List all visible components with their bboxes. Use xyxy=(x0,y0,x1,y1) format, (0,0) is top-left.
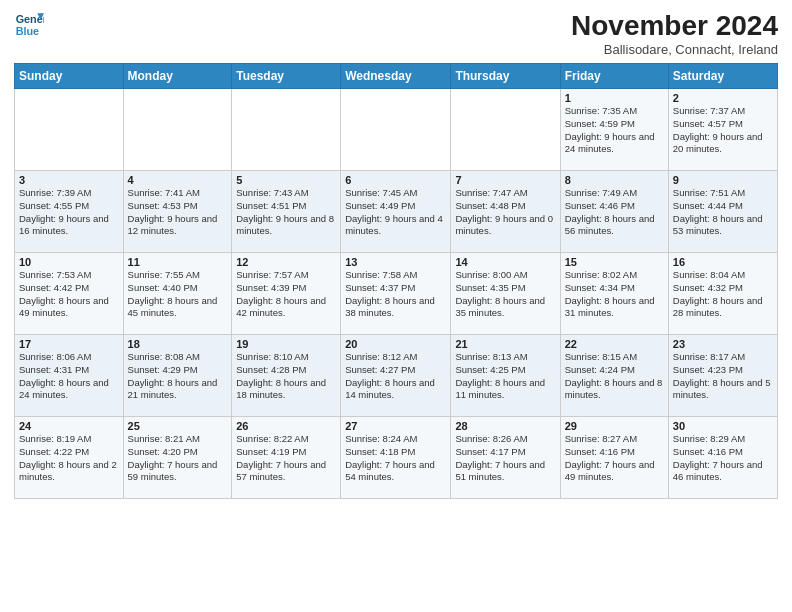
header-row: Sunday Monday Tuesday Wednesday Thursday… xyxy=(15,64,778,89)
day-cell: 7Sunrise: 7:47 AM Sunset: 4:48 PM Daylig… xyxy=(451,171,560,253)
day-cell: 23Sunrise: 8:17 AM Sunset: 4:23 PM Dayli… xyxy=(668,335,777,417)
day-cell xyxy=(341,89,451,171)
day-cell: 12Sunrise: 7:57 AM Sunset: 4:39 PM Dayli… xyxy=(232,253,341,335)
day-cell: 11Sunrise: 7:55 AM Sunset: 4:40 PM Dayli… xyxy=(123,253,232,335)
day-info: Sunrise: 8:21 AM Sunset: 4:20 PM Dayligh… xyxy=(128,433,228,484)
logo: General Blue xyxy=(14,10,44,40)
day-cell: 16Sunrise: 8:04 AM Sunset: 4:32 PM Dayli… xyxy=(668,253,777,335)
day-cell: 10Sunrise: 7:53 AM Sunset: 4:42 PM Dayli… xyxy=(15,253,124,335)
day-info: Sunrise: 8:06 AM Sunset: 4:31 PM Dayligh… xyxy=(19,351,119,402)
day-number: 20 xyxy=(345,338,446,350)
day-cell: 18Sunrise: 8:08 AM Sunset: 4:29 PM Dayli… xyxy=(123,335,232,417)
day-number: 16 xyxy=(673,256,773,268)
day-cell: 4Sunrise: 7:41 AM Sunset: 4:53 PM Daylig… xyxy=(123,171,232,253)
day-number: 12 xyxy=(236,256,336,268)
week-row-5: 24Sunrise: 8:19 AM Sunset: 4:22 PM Dayli… xyxy=(15,417,778,499)
day-number: 19 xyxy=(236,338,336,350)
day-info: Sunrise: 8:19 AM Sunset: 4:22 PM Dayligh… xyxy=(19,433,119,484)
day-info: Sunrise: 7:47 AM Sunset: 4:48 PM Dayligh… xyxy=(455,187,555,238)
day-number: 9 xyxy=(673,174,773,186)
week-row-1: 1Sunrise: 7:35 AM Sunset: 4:59 PM Daylig… xyxy=(15,89,778,171)
day-cell xyxy=(123,89,232,171)
day-cell: 26Sunrise: 8:22 AM Sunset: 4:19 PM Dayli… xyxy=(232,417,341,499)
day-number: 27 xyxy=(345,420,446,432)
day-cell: 29Sunrise: 8:27 AM Sunset: 4:16 PM Dayli… xyxy=(560,417,668,499)
day-info: Sunrise: 8:27 AM Sunset: 4:16 PM Dayligh… xyxy=(565,433,664,484)
day-cell: 17Sunrise: 8:06 AM Sunset: 4:31 PM Dayli… xyxy=(15,335,124,417)
day-cell: 20Sunrise: 8:12 AM Sunset: 4:27 PM Dayli… xyxy=(341,335,451,417)
day-number: 3 xyxy=(19,174,119,186)
col-monday: Monday xyxy=(123,64,232,89)
day-info: Sunrise: 8:13 AM Sunset: 4:25 PM Dayligh… xyxy=(455,351,555,402)
day-cell: 21Sunrise: 8:13 AM Sunset: 4:25 PM Dayli… xyxy=(451,335,560,417)
day-cell: 27Sunrise: 8:24 AM Sunset: 4:18 PM Dayli… xyxy=(341,417,451,499)
calendar-table: Sunday Monday Tuesday Wednesday Thursday… xyxy=(14,63,778,499)
calendar-header: General Blue November 2024 Ballisodare, … xyxy=(14,10,778,57)
week-row-2: 3Sunrise: 7:39 AM Sunset: 4:55 PM Daylig… xyxy=(15,171,778,253)
day-number: 24 xyxy=(19,420,119,432)
col-sunday: Sunday xyxy=(15,64,124,89)
day-number: 4 xyxy=(128,174,228,186)
day-number: 8 xyxy=(565,174,664,186)
day-info: Sunrise: 8:08 AM Sunset: 4:29 PM Dayligh… xyxy=(128,351,228,402)
day-number: 2 xyxy=(673,92,773,104)
day-number: 23 xyxy=(673,338,773,350)
day-cell: 25Sunrise: 8:21 AM Sunset: 4:20 PM Dayli… xyxy=(123,417,232,499)
day-info: Sunrise: 7:53 AM Sunset: 4:42 PM Dayligh… xyxy=(19,269,119,320)
day-cell: 22Sunrise: 8:15 AM Sunset: 4:24 PM Dayli… xyxy=(560,335,668,417)
day-cell: 1Sunrise: 7:35 AM Sunset: 4:59 PM Daylig… xyxy=(560,89,668,171)
day-cell: 3Sunrise: 7:39 AM Sunset: 4:55 PM Daylig… xyxy=(15,171,124,253)
col-thursday: Thursday xyxy=(451,64,560,89)
day-info: Sunrise: 7:43 AM Sunset: 4:51 PM Dayligh… xyxy=(236,187,336,238)
day-info: Sunrise: 7:45 AM Sunset: 4:49 PM Dayligh… xyxy=(345,187,446,238)
logo-icon: General Blue xyxy=(14,10,44,40)
day-number: 30 xyxy=(673,420,773,432)
day-cell: 9Sunrise: 7:51 AM Sunset: 4:44 PM Daylig… xyxy=(668,171,777,253)
day-number: 11 xyxy=(128,256,228,268)
day-cell: 24Sunrise: 8:19 AM Sunset: 4:22 PM Dayli… xyxy=(15,417,124,499)
day-number: 6 xyxy=(345,174,446,186)
month-title: November 2024 xyxy=(571,10,778,42)
day-cell: 2Sunrise: 7:37 AM Sunset: 4:57 PM Daylig… xyxy=(668,89,777,171)
day-info: Sunrise: 8:26 AM Sunset: 4:17 PM Dayligh… xyxy=(455,433,555,484)
day-number: 18 xyxy=(128,338,228,350)
day-info: Sunrise: 7:37 AM Sunset: 4:57 PM Dayligh… xyxy=(673,105,773,156)
week-row-4: 17Sunrise: 8:06 AM Sunset: 4:31 PM Dayli… xyxy=(15,335,778,417)
day-number: 10 xyxy=(19,256,119,268)
day-number: 21 xyxy=(455,338,555,350)
day-info: Sunrise: 8:02 AM Sunset: 4:34 PM Dayligh… xyxy=(565,269,664,320)
col-friday: Friday xyxy=(560,64,668,89)
day-info: Sunrise: 7:35 AM Sunset: 4:59 PM Dayligh… xyxy=(565,105,664,156)
week-row-3: 10Sunrise: 7:53 AM Sunset: 4:42 PM Dayli… xyxy=(15,253,778,335)
day-cell xyxy=(15,89,124,171)
day-info: Sunrise: 7:49 AM Sunset: 4:46 PM Dayligh… xyxy=(565,187,664,238)
day-cell xyxy=(451,89,560,171)
day-info: Sunrise: 8:29 AM Sunset: 4:16 PM Dayligh… xyxy=(673,433,773,484)
day-cell: 13Sunrise: 7:58 AM Sunset: 4:37 PM Dayli… xyxy=(341,253,451,335)
day-cell: 28Sunrise: 8:26 AM Sunset: 4:17 PM Dayli… xyxy=(451,417,560,499)
day-number: 13 xyxy=(345,256,446,268)
day-number: 29 xyxy=(565,420,664,432)
col-saturday: Saturday xyxy=(668,64,777,89)
day-info: Sunrise: 7:39 AM Sunset: 4:55 PM Dayligh… xyxy=(19,187,119,238)
day-number: 28 xyxy=(455,420,555,432)
day-info: Sunrise: 7:57 AM Sunset: 4:39 PM Dayligh… xyxy=(236,269,336,320)
calendar-container: General Blue November 2024 Ballisodare, … xyxy=(0,0,792,507)
col-wednesday: Wednesday xyxy=(341,64,451,89)
day-number: 1 xyxy=(565,92,664,104)
day-cell: 5Sunrise: 7:43 AM Sunset: 4:51 PM Daylig… xyxy=(232,171,341,253)
day-number: 22 xyxy=(565,338,664,350)
day-cell: 14Sunrise: 8:00 AM Sunset: 4:35 PM Dayli… xyxy=(451,253,560,335)
day-cell: 19Sunrise: 8:10 AM Sunset: 4:28 PM Dayli… xyxy=(232,335,341,417)
day-number: 17 xyxy=(19,338,119,350)
day-number: 5 xyxy=(236,174,336,186)
day-info: Sunrise: 8:17 AM Sunset: 4:23 PM Dayligh… xyxy=(673,351,773,402)
day-number: 26 xyxy=(236,420,336,432)
day-info: Sunrise: 7:51 AM Sunset: 4:44 PM Dayligh… xyxy=(673,187,773,238)
day-info: Sunrise: 8:22 AM Sunset: 4:19 PM Dayligh… xyxy=(236,433,336,484)
day-cell: 8Sunrise: 7:49 AM Sunset: 4:46 PM Daylig… xyxy=(560,171,668,253)
location: Ballisodare, Connacht, Ireland xyxy=(571,42,778,57)
day-number: 7 xyxy=(455,174,555,186)
day-cell xyxy=(232,89,341,171)
col-tuesday: Tuesday xyxy=(232,64,341,89)
